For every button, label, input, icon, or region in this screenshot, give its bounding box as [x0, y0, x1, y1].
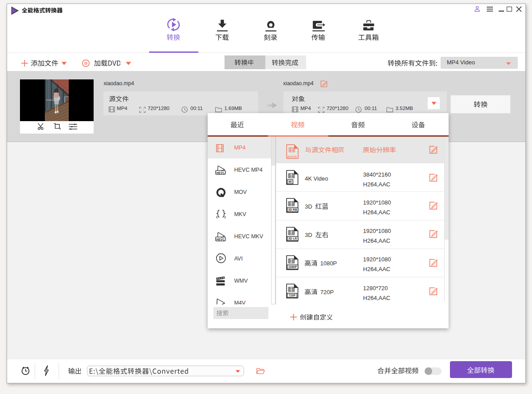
- svg-text:source: source: [288, 154, 297, 158]
- svg-text:HEVC: HEVC: [217, 238, 225, 241]
- svg-text:HEVC: HEVC: [217, 171, 225, 174]
- svg-text:4K: 4K: [288, 180, 292, 183]
- svg-text:1080P: 1080P: [288, 265, 297, 268]
- svg-text:720P: 720P: [288, 294, 296, 297]
- svg-text:3D RB: 3D RB: [288, 208, 297, 211]
- svg-text:3D LR: 3D LR: [288, 237, 296, 240]
- svg-text:VSTANDS: VSTANDS: [46, 99, 54, 101]
